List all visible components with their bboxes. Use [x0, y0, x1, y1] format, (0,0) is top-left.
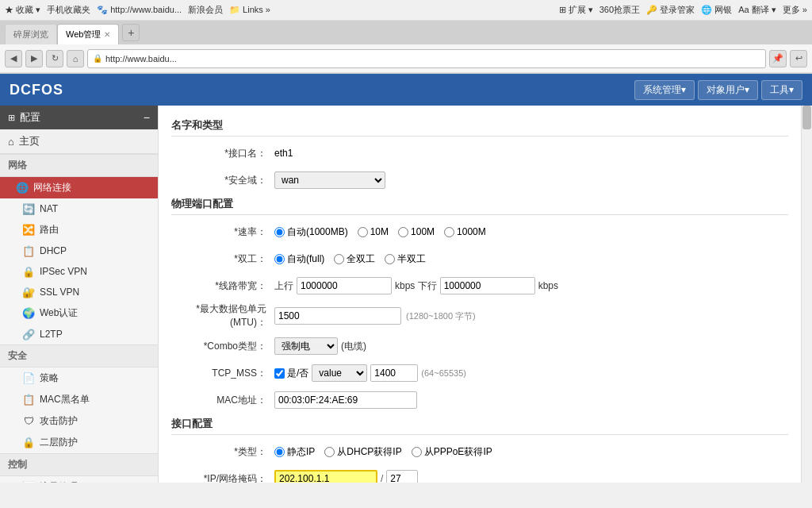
l2tp-label: L2TP: [40, 329, 63, 340]
bookmark-360[interactable]: 360抢票王: [599, 4, 640, 16]
type-dhcp-option[interactable]: 从DHCP获得IP: [324, 445, 401, 459]
sidebar-item-mac-blacklist[interactable]: 📋 MAC黑名单: [0, 389, 158, 410]
forward-button[interactable]: ▶: [25, 50, 43, 67]
address-text: http://www.baidu...: [105, 54, 177, 64]
dhcp-label: DHCP: [40, 245, 67, 256]
tcp-mss-checkbox[interactable]: 是/否: [274, 367, 308, 380]
speed-auto-option[interactable]: 自动(1000MB): [274, 225, 348, 239]
interface-name-value: eth1: [274, 148, 293, 159]
duplex-half-option[interactable]: 半双工: [385, 252, 426, 266]
app-logo: DCFOS: [10, 82, 63, 98]
bookmark-translate[interactable]: Aa 翻译 ▾: [738, 4, 776, 16]
tools-btn[interactable]: 工具▾: [761, 80, 802, 100]
combo-select[interactable]: 强制电 光纤: [274, 337, 338, 355]
sidebar-home[interactable]: ⌂ 主页: [0, 129, 158, 154]
ip-slash: /: [381, 473, 383, 483]
bookmark-extensions[interactable]: ⊞ 扩展 ▾: [559, 4, 593, 16]
bookmark-mobile[interactable]: 手机收藏夹: [47, 4, 90, 16]
traffic-label: 流量管理: [40, 480, 78, 483]
sidebar: ⊞ 配置 − ⌂ 主页 网络 🌐 网络连接 🔄 NAT 🔀: [0, 106, 159, 483]
app-header-nav: 系统管理▾ 对象用户▾ 工具▾: [634, 80, 802, 100]
tab-webmanage-close[interactable]: ✕: [104, 30, 110, 39]
refresh-button[interactable]: ↻: [46, 50, 63, 67]
sidebar-item-l2tp[interactable]: 🔗 L2TP: [0, 324, 158, 344]
sidebar-item-route[interactable]: 🔀 路由: [0, 219, 158, 241]
mtu-row: *最大数据包单元(MTU)： (1280~1800 字节): [171, 302, 788, 329]
download-input[interactable]: [440, 277, 535, 294]
network-group-label: 网络: [0, 154, 158, 177]
bookmark-login[interactable]: 🔑 登录管家: [646, 4, 695, 16]
sidebar-item-webauth[interactable]: 🌍 Web认证: [0, 302, 158, 324]
browser-toolbar: ◀ ▶ ↻ ⌂ 🔒 http://www.baidu... 📌 ↩: [0, 44, 812, 73]
sidebar-item-l2-protect[interactable]: 🔒 二层防护: [0, 432, 158, 453]
mac-input[interactable]: [274, 391, 417, 409]
back-button[interactable]: ◀: [5, 50, 22, 67]
tab-webmanage-label: Web管理: [66, 29, 101, 40]
obj-user-btn[interactable]: 对象用户▾: [698, 80, 758, 100]
bookmark-more[interactable]: 更多 »: [783, 4, 807, 16]
ip-mask-label: *IP/网络掩码：: [171, 472, 274, 483]
sidebar-item-policy[interactable]: 📄 策略: [0, 368, 158, 389]
sidebar-item-dhcp[interactable]: 📋 DHCP: [0, 241, 158, 261]
type-pppoe-option[interactable]: 从PPPoE获得IP: [412, 445, 492, 459]
address-bar[interactable]: 🔒 http://www.baidu...: [87, 49, 766, 68]
mac-blacklist-icon: 📋: [22, 394, 35, 406]
bookmark-links[interactable]: 📁 Links »: [229, 5, 270, 15]
home-icon: ⌂: [8, 136, 14, 148]
mtu-hint: (1280~1800 字节): [406, 310, 476, 322]
route-label: 路由: [40, 223, 59, 237]
security-zone-label: *安全域：: [171, 174, 274, 187]
sidebar-item-attack-protect[interactable]: 🛡 攻击防护: [0, 410, 158, 432]
type-label: *类型：: [171, 445, 274, 459]
tcp-mss-value-input[interactable]: [370, 364, 418, 382]
upload-input[interactable]: [297, 277, 392, 294]
sidebar-item-ssl[interactable]: 🔐 SSL VPN: [0, 282, 158, 302]
ipsec-label: IPSec VPN: [40, 266, 87, 277]
config-toggle-icon: −: [144, 111, 150, 124]
ip-input[interactable]: [274, 470, 377, 483]
duplex-full-option[interactable]: 全双工: [334, 252, 375, 266]
prefix-input[interactable]: [386, 470, 418, 483]
pin-button[interactable]: 📌: [769, 50, 787, 67]
physical-port-section-title: 物理端口配置: [171, 197, 788, 215]
back2-button[interactable]: ↩: [790, 50, 807, 67]
tab-webmanage[interactable]: Web管理 ✕: [57, 24, 119, 44]
mac-row: MAC地址：: [171, 390, 788, 410]
sidebar-item-nat[interactable]: 🔄 NAT: [0, 198, 158, 219]
bookmark-bank[interactable]: 🌐 网银: [701, 4, 732, 16]
sidebar-item-network-connection[interactable]: 🌐 网络连接: [0, 177, 158, 198]
security-group-label: 安全: [0, 344, 158, 368]
bookmark-sina[interactable]: 新浪会员: [188, 4, 223, 16]
speed-1000m-option[interactable]: 1000M: [444, 226, 486, 237]
home-button[interactable]: ⌂: [67, 50, 84, 67]
l2-protect-icon: 🔒: [22, 437, 35, 449]
bookmark-baidu[interactable]: 🐾 http://www.baidu...: [97, 5, 182, 15]
security-zone-select[interactable]: wan lan dmz: [274, 171, 385, 189]
home-label: 主页: [19, 134, 40, 148]
tcp-mss-type-select[interactable]: value mss: [312, 364, 367, 382]
scrollbar[interactable]: [801, 106, 812, 483]
ipsec-icon: 🔒: [22, 265, 35, 278]
tab-suiping[interactable]: 碎屏浏览: [5, 24, 57, 44]
speed-100m-option[interactable]: 100M: [398, 226, 435, 237]
tab-add-btn[interactable]: +: [122, 24, 140, 41]
type-static-option[interactable]: 静态IP: [274, 445, 315, 459]
sidebar-item-ipsec[interactable]: 🔒 IPSec VPN: [0, 261, 158, 282]
policy-icon: 📄: [22, 372, 35, 385]
bookmark-favorites[interactable]: ★ 收藏 ▾: [5, 4, 40, 16]
upload-unit: kbps 下行: [395, 279, 437, 293]
sys-manage-btn[interactable]: 系统管理▾: [634, 80, 695, 100]
webauth-icon: 🌍: [22, 307, 35, 320]
name-type-section-title: 名字和类型: [171, 118, 788, 137]
tcp-mss-label: TCP_MSS：: [171, 367, 274, 380]
mtu-input[interactable]: [274, 307, 401, 325]
duplex-label: *双工：: [171, 252, 274, 266]
speed-row: *速率： 自动(1000MB) 10M 100M 1000M: [171, 221, 788, 242]
nat-icon: 🔄: [22, 202, 35, 215]
security-zone-row: *安全域： wan lan dmz: [171, 170, 788, 190]
duplex-auto-option[interactable]: 自动(full): [274, 252, 324, 266]
config-section-header[interactable]: ⊞ 配置 −: [0, 106, 158, 129]
mtu-label: *最大数据包单元(MTU)：: [171, 302, 274, 329]
speed-10m-option[interactable]: 10M: [358, 226, 389, 237]
sidebar-item-traffic[interactable]: 📊 流量管理: [0, 476, 158, 483]
